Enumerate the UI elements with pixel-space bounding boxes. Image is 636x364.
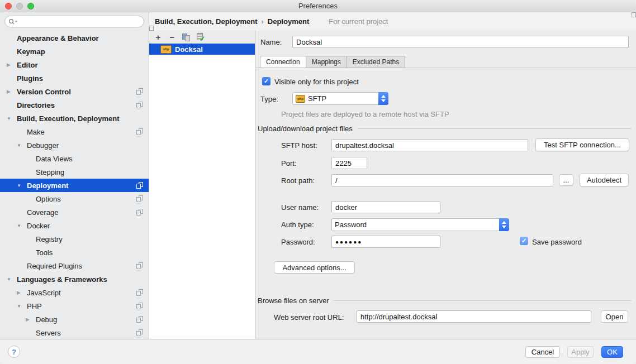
upload-section-title: Upload/download project files (258, 124, 353, 133)
collapsed-arrow-icon[interactable]: ▶ (7, 89, 17, 94)
search-icon (8, 18, 18, 25)
expanded-arrow-icon[interactable]: ▼ (17, 183, 27, 188)
advanced-options-button[interactable]: Advanced options... (274, 261, 355, 274)
type-hint: Project files are deployed to a remote h… (281, 110, 449, 118)
save-password-checkbox[interactable]: ✓ (520, 237, 528, 245)
web-root-input[interactable] (357, 310, 591, 323)
project-settings-icon (136, 182, 143, 189)
auth-type-label: Auth type: (281, 221, 314, 229)
use-as-default-button[interactable]: ✓ (196, 33, 205, 42)
server-list-panel: + − ✓ sftp Docksal (149, 31, 255, 339)
collapsed-arrow-icon[interactable]: ▶ (17, 290, 27, 295)
autodetect-button[interactable]: Autodetect (580, 174, 629, 186)
scope-indicator: For current project (319, 17, 388, 26)
expanded-arrow-icon[interactable]: ▼ (17, 143, 27, 148)
breadcrumb: Build, Execution, Deployment › Deploymen… (149, 12, 636, 31)
tab-mappings[interactable]: Mappings (306, 56, 347, 68)
ok-button[interactable]: OK (601, 346, 623, 358)
breadcrumb-section[interactable]: Build, Execution, Deployment (155, 17, 257, 26)
collapsed-arrow-icon[interactable]: ▶ (26, 317, 36, 322)
server-list-item[interactable]: sftp Docksal (149, 44, 255, 55)
sidebar-item-make[interactable]: Make (0, 125, 149, 138)
remove-server-button[interactable]: − (168, 33, 177, 42)
breadcrumb-page[interactable]: Deployment (268, 17, 309, 26)
browse-section-title: Browse files on server (258, 296, 329, 305)
sftp-host-input[interactable] (331, 139, 528, 151)
project-settings-icon (136, 88, 143, 95)
copy-server-button[interactable] (182, 33, 191, 42)
name-input[interactable] (292, 36, 629, 48)
collapsed-arrow-icon[interactable]: ▶ (7, 62, 17, 68)
user-name-input[interactable] (331, 201, 440, 213)
sidebar-item-debugger[interactable]: ▼Debugger (0, 138, 149, 152)
sidebar-item-version-control[interactable]: ▶Version Control (0, 85, 149, 98)
auth-type-value: Password (335, 221, 367, 229)
sidebar-item-directories[interactable]: Directories (0, 98, 149, 112)
browse-root-path-button[interactable]: ... (559, 174, 573, 186)
upload-section-header: Upload/download project files (258, 124, 632, 133)
sidebar-item-build-execution-deployment[interactable]: ▼Build, Execution, Deployment (0, 112, 149, 125)
settings-sidebar: Appearance & Behavior Keymap ▶Editor Plu… (0, 12, 149, 339)
project-settings-icon (136, 209, 143, 215)
dialog-footer: ? Cancel Apply OK (0, 339, 636, 364)
search-field[interactable] (4, 16, 144, 27)
sidebar-item-php[interactable]: ▼PHP (0, 299, 149, 313)
open-url-button[interactable]: Open (601, 310, 628, 323)
sidebar-item-languages-frameworks[interactable]: ▼Languages & Frameworks (0, 272, 149, 286)
port-input[interactable] (331, 157, 367, 169)
deployment-form: Name: Connection Mappings Excluded Paths… (256, 31, 636, 339)
sidebar-item-docker[interactable]: ▼Docker (0, 219, 149, 232)
sidebar-item-editor[interactable]: ▶Editor (0, 58, 149, 71)
sidebar-item-stepping[interactable]: Stepping (0, 165, 149, 179)
preferences-window: Preferences Appearance & Behavior Keymap… (0, 0, 636, 364)
sidebar-item-tools[interactable]: Tools (0, 246, 149, 259)
password-input[interactable] (331, 236, 440, 248)
project-settings-icon (136, 303, 143, 309)
settings-tree: Appearance & Behavior Keymap ▶Editor Plu… (0, 31, 149, 339)
sidebar-item-servers[interactable]: Servers (0, 326, 149, 339)
password-label: Password: (281, 238, 315, 246)
sidebar-item-appearance-behavior[interactable]: Appearance & Behavior (0, 31, 149, 45)
sidebar-item-javascript[interactable]: ▶JavaScript (0, 286, 149, 299)
sidebar-item-coverage[interactable]: Coverage (0, 205, 149, 219)
cancel-button[interactable]: Cancel (525, 346, 560, 358)
sftp-host-label: SFTP host: (281, 141, 317, 150)
expanded-arrow-icon[interactable]: ▼ (17, 304, 27, 309)
tab-connection[interactable]: Connection (260, 56, 306, 68)
save-password-label: Save password (532, 238, 582, 246)
sidebar-item-data-views[interactable]: Data Views (0, 152, 149, 165)
project-settings-icon (136, 102, 143, 108)
sidebar-item-php-debug[interactable]: ▶Debug (0, 313, 149, 326)
apply-button[interactable]: Apply (567, 346, 594, 358)
browse-section-header: Browse files on server (258, 296, 632, 305)
sftp-icon: sftp (160, 45, 172, 54)
search-input[interactable] (18, 17, 144, 26)
sidebar-item-plugins[interactable]: Plugins (0, 71, 149, 85)
add-server-button[interactable]: + (154, 33, 163, 42)
port-label: Port: (281, 159, 296, 167)
name-label: Name: (260, 38, 282, 46)
sidebar-item-options[interactable]: Options (0, 192, 149, 205)
root-path-input[interactable] (331, 174, 553, 186)
project-settings-icon (136, 195, 143, 202)
expanded-arrow-icon[interactable]: ▼ (7, 116, 17, 121)
web-root-label: Web server root URL: (274, 313, 344, 322)
sidebar-item-deployment[interactable]: ▼Deployment (0, 179, 149, 192)
project-settings-icon (136, 316, 143, 323)
project-settings-icon (319, 18, 326, 25)
tab-excluded-paths[interactable]: Excluded Paths (347, 56, 405, 68)
type-select[interactable]: sftp SFTP (292, 92, 388, 105)
test-sftp-connection-button[interactable]: Test SFTP connection... (535, 138, 629, 151)
type-value: SFTP (308, 94, 326, 103)
sidebar-item-registry[interactable]: Registry (0, 232, 149, 246)
project-settings-icon (136, 289, 143, 296)
expanded-arrow-icon[interactable]: ▼ (17, 223, 27, 228)
expanded-arrow-icon[interactable]: ▼ (7, 277, 17, 282)
visible-project-checkbox[interactable]: ✓ (262, 77, 270, 85)
sidebar-item-keymap[interactable]: Keymap (0, 45, 149, 58)
help-button[interactable]: ? (8, 346, 20, 358)
visible-project-label: Visible only for this project (274, 78, 359, 86)
auth-type-select[interactable]: Password (331, 218, 509, 231)
dropdown-stepper-icon (378, 92, 388, 105)
sidebar-item-required-plugins[interactable]: Required Plugins (0, 259, 149, 272)
